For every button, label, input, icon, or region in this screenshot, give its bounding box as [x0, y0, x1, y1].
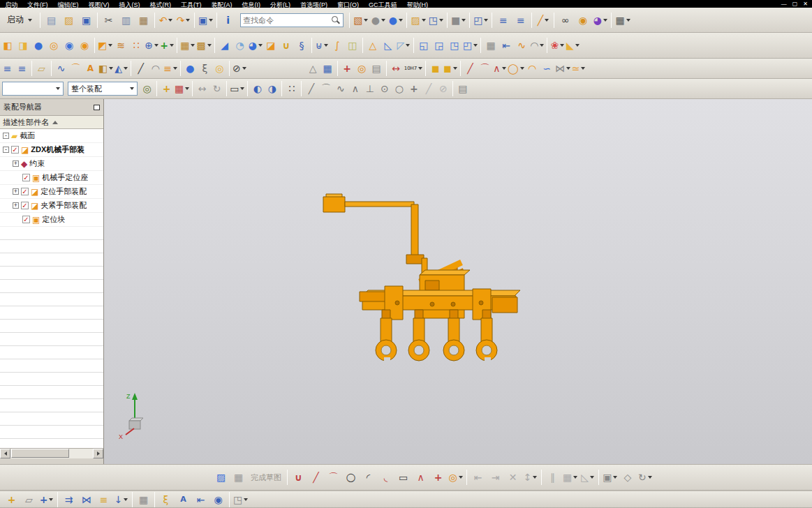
- point-icon[interactable]: +: [159, 38, 175, 54]
- render-style-icon[interactable]: ●: [370, 12, 386, 28]
- tree-row[interactable]: +✓◪定位手部装配: [0, 185, 103, 199]
- save-options-icon[interactable]: ▣: [198, 12, 214, 28]
- menu-item[interactable]: 编辑(E): [53, 0, 84, 8]
- edge-blend-icon[interactable]: ◕: [248, 38, 263, 54]
- menu-item[interactable]: 分析(L): [265, 0, 295, 8]
- material-ball-icon[interactable]: ◉: [575, 12, 591, 28]
- spreadsheet-icon[interactable]: ▦: [320, 61, 335, 76]
- spectacles-icon[interactable]: ∞: [557, 12, 573, 28]
- snap-midpoint-icon[interactable]: ⌒: [318, 82, 333, 96]
- scroll-right-button[interactable]: [93, 449, 103, 458]
- dimension-b-icon[interactable]: ⇤: [193, 491, 209, 508]
- pocket-icon[interactable]: ▦: [179, 38, 195, 54]
- hole-b-icon[interactable]: ◉: [210, 491, 226, 508]
- point-dialog-icon[interactable]: +: [38, 491, 54, 508]
- orient-view-icon[interactable]: ●: [387, 12, 404, 28]
- float-panel-icon[interactable]: [94, 105, 100, 110]
- sketch-icon[interactable]: ◧: [0, 38, 15, 54]
- restore-button[interactable]: ▢: [792, 1, 798, 7]
- tree-row[interactable]: ✓▣机械手定位座: [0, 171, 103, 185]
- text-curve-icon[interactable]: A: [175, 491, 191, 508]
- component-checkbox[interactable]: ✓: [21, 202, 29, 209]
- offset-icon[interactable]: ◎: [448, 470, 464, 486]
- block-b-icon[interactable]: ▦: [135, 491, 152, 508]
- menu-item[interactable]: 信息(I): [237, 0, 266, 8]
- sew-icon[interactable]: ∫: [330, 38, 345, 54]
- component-checkbox[interactable]: ✓: [11, 146, 19, 154]
- effects-icon[interactable]: ◣: [565, 38, 580, 54]
- menu-item[interactable]: 窗口(O): [332, 0, 364, 8]
- art-spline-icon[interactable]: ⌒: [68, 61, 83, 76]
- wcs-display-icon[interactable]: +: [159, 82, 174, 96]
- prehighlight-grid-icon[interactable]: ▦: [174, 82, 190, 96]
- alternate-solution-icon[interactable]: ↻: [637, 470, 653, 486]
- redo-icon[interactable]: ↷: [175, 12, 191, 28]
- scale-body-icon[interactable]: ◸: [396, 38, 411, 54]
- finish-flag-icon[interactable]: ▦: [230, 470, 246, 486]
- surface-icon[interactable]: ◧: [98, 61, 114, 76]
- block-pattern-b-icon[interactable]: ◼: [443, 61, 458, 76]
- bridge-curve-icon[interactable]: ∽: [540, 61, 554, 76]
- torus-icon[interactable]: ◎: [212, 61, 227, 76]
- patch-icon[interactable]: ◫: [345, 38, 360, 54]
- open-in-window-icon[interactable]: ▨: [410, 12, 426, 28]
- parallel-constraint-icon[interactable]: ∥: [545, 470, 561, 486]
- rectangle-select-icon[interactable]: ▭: [229, 82, 245, 96]
- tree-row[interactable]: ✓▣定位块: [0, 213, 103, 227]
- new-file-icon[interactable]: ▤: [43, 12, 59, 28]
- unite-icon[interactable]: ⊕: [144, 38, 159, 54]
- component-label[interactable]: 截面: [20, 130, 35, 141]
- hide-item-icon[interactable]: ◑: [265, 82, 279, 96]
- clipboard-icon[interactable]: ▤: [455, 82, 470, 96]
- project-curve-icon[interactable]: ↓: [113, 491, 129, 508]
- component-checkbox[interactable]: ✓: [22, 174, 30, 181]
- curve-analysis-icon[interactable]: ∿: [514, 38, 529, 54]
- rotate-component-icon[interactable]: ↻: [209, 82, 224, 96]
- tree-row[interactable]: -▰截面: [0, 129, 103, 143]
- revolve-icon[interactable]: ◎: [46, 38, 61, 54]
- snap-point-icon[interactable]: +: [406, 82, 421, 96]
- text-icon[interactable]: A: [83, 61, 98, 76]
- expressions-icon[interactable]: ≡: [15, 61, 29, 76]
- collapse-icon[interactable]: -: [3, 133, 9, 139]
- selection-filter-combo[interactable]: [2, 82, 64, 96]
- tree-row[interactable]: +◆约束: [0, 157, 103, 171]
- snap-points-icon[interactable]: ∷: [284, 82, 299, 96]
- interior-find-icon[interactable]: ◎: [140, 82, 154, 96]
- part-navigator-list-icon[interactable]: ≡: [495, 12, 511, 28]
- scrollbar-thumb[interactable]: [11, 449, 69, 458]
- snap-arc-center-icon[interactable]: ⊙: [377, 82, 392, 96]
- sketch-grid-point-icon[interactable]: +: [340, 61, 355, 76]
- close-button[interactable]: ✕: [803, 1, 808, 7]
- menu-item[interactable]: 启动: [0, 0, 22, 8]
- component-label[interactable]: 定位手部装配: [40, 186, 87, 197]
- menu-item[interactable]: 格式(R): [145, 0, 177, 8]
- orientation-triad[interactable]: Z X: [114, 390, 150, 440]
- component-checkbox[interactable]: ✓: [21, 188, 29, 195]
- rapid-dimension-icon[interactable]: ⇤: [470, 470, 486, 486]
- menu-item[interactable]: 装配(A): [207, 0, 237, 8]
- line-icon[interactable]: ╱: [308, 470, 324, 486]
- boss-icon[interactable]: ◉: [77, 38, 92, 54]
- rectangle-icon[interactable]: ▭: [395, 470, 411, 486]
- snap-control-point-icon[interactable]: ∿: [333, 82, 348, 96]
- profile-icon[interactable]: ∪: [290, 470, 307, 486]
- face-blend-icon[interactable]: ◠: [525, 61, 540, 76]
- annotation-note-icon[interactable]: ▤: [369, 61, 384, 76]
- deviation-gauge-icon[interactable]: ◠: [529, 38, 545, 54]
- component-label[interactable]: 机械手定位座: [42, 172, 88, 183]
- fillet-icon[interactable]: ◜: [360, 470, 376, 486]
- navigator-column-header[interactable]: 描述性部件名: [0, 116, 103, 129]
- arc-curve-icon[interactable]: ⌒: [478, 61, 492, 76]
- menu-item[interactable]: 文件(F): [22, 0, 53, 8]
- trim-body-icon[interactable]: ◪: [263, 38, 279, 54]
- pad-icon[interactable]: ▩: [195, 38, 212, 54]
- menu-item[interactable]: 帮助(H): [402, 0, 434, 8]
- draft-icon[interactable]: ◔: [232, 38, 248, 54]
- snap-point-on-curve-icon[interactable]: ╱: [421, 82, 436, 96]
- sheet-icon[interactable]: ▱: [34, 61, 49, 76]
- move-component-icon[interactable]: ↔: [195, 82, 209, 96]
- pattern-feature-icon[interactable]: ∷: [128, 38, 144, 54]
- snap-quadrant-icon[interactable]: ○: [392, 82, 406, 96]
- component-label[interactable]: 定位块: [42, 214, 65, 225]
